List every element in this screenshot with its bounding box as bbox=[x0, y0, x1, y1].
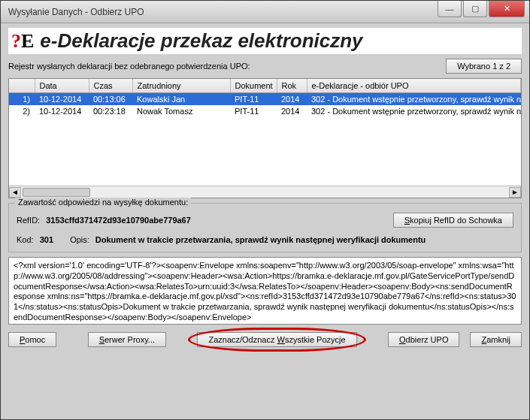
close-dialog-button[interactable]: Zamknij bbox=[470, 332, 522, 347]
maximize-button[interactable]: ▢ bbox=[463, 1, 487, 17]
response-legend: Zawartość odpowiedzi na wysyłkę dokument… bbox=[15, 198, 191, 207]
registry-label: Rejestr wysłanych deklaracji bez odebran… bbox=[8, 62, 250, 71]
bottom-toolbar: Pomoc Serwer Proxy... Zaznacz/Odznacz Ws… bbox=[8, 329, 522, 347]
col-zatrudniony[interactable]: Zatrudniony bbox=[132, 79, 230, 93]
opis-value: Dokument w trakcie przetwarzania, sprawd… bbox=[95, 235, 426, 244]
col-edek[interactable]: e-Deklaracje - odbiór UPO bbox=[307, 79, 521, 93]
col-czas[interactable]: Czas bbox=[89, 79, 132, 93]
table-row[interactable]: 2) 10-12-2014 00:23:18 Nowak Tomasz PIT-… bbox=[9, 105, 521, 117]
help-button[interactable]: Pomoc bbox=[8, 332, 56, 347]
titlebar: Wysyłanie Danych - Odbierz UPO — ▢ ✕ bbox=[1, 1, 529, 23]
copy-refid-button[interactable]: Skopiuj RefID do Schowka bbox=[393, 213, 513, 228]
col-rok[interactable]: Rok bbox=[277, 79, 307, 93]
proxy-button[interactable]: Serwer Proxy... bbox=[88, 332, 166, 347]
selection-count-button[interactable]: Wybrano 1 z 2 bbox=[446, 59, 522, 74]
col-num[interactable] bbox=[9, 79, 35, 93]
refid-value: 3153cffd371472d93e10790abe779a67 bbox=[46, 216, 191, 225]
col-data[interactable]: Data bbox=[35, 79, 89, 93]
response-group: Zawartość odpowiedzi na wysyłkę dokument… bbox=[8, 203, 522, 252]
scroll-right-icon[interactable]: ► bbox=[509, 187, 521, 198]
app-banner: ?E e-Deklaracje przekaz elektroniczny bbox=[8, 28, 522, 54]
app-title: e-Deklaracje przekaz elektroniczny bbox=[40, 29, 362, 53]
kod-label: Kod: bbox=[17, 235, 34, 244]
xml-response-box[interactable]: <?xml version='1.0' encoding='UTF-8'?><s… bbox=[8, 257, 522, 325]
app-window: Wysyłanie Danych - Odbierz UPO — ▢ ✕ ?E … bbox=[0, 0, 530, 420]
scroll-left-icon[interactable]: ◄ bbox=[9, 187, 21, 198]
kod-value: 301 bbox=[40, 235, 53, 244]
scroll-thumb[interactable] bbox=[23, 188, 90, 197]
close-button[interactable]: ✕ bbox=[489, 1, 525, 17]
minimize-button[interactable]: — bbox=[438, 1, 462, 17]
col-dokument[interactable]: Dokument bbox=[230, 79, 277, 93]
receive-upo-button[interactable]: Odbierz UPO bbox=[388, 332, 459, 347]
app-logo: ?E bbox=[11, 30, 34, 53]
window-title: Wysyłanie Danych - Odbierz UPO bbox=[8, 7, 438, 17]
horizontal-scrollbar[interactable]: ◄ ► bbox=[9, 186, 521, 198]
refid-label: RefID: bbox=[17, 216, 40, 225]
table-row[interactable]: 1) 10-12-2014 00:13:06 Kowalski Jan PIT-… bbox=[9, 93, 521, 106]
select-all-button[interactable]: Zaznacz/Odznacz Wszystkie Pozycje bbox=[197, 332, 356, 347]
opis-label: Opis: bbox=[70, 235, 89, 244]
declarations-table[interactable]: Data Czas Zatrudniony Dokument Rok e-Dek… bbox=[8, 78, 522, 198]
